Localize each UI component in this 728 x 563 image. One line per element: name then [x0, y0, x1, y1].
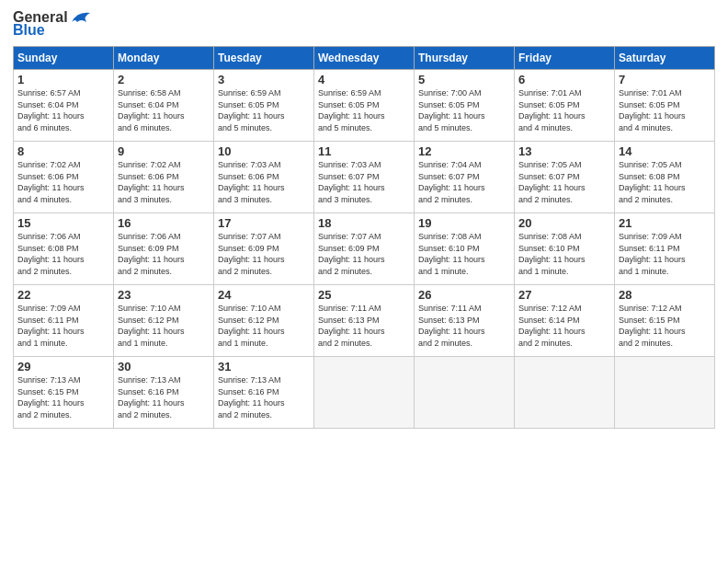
day-of-week-header: Sunday	[14, 47, 114, 70]
calendar-cell: 30Sunrise: 7:13 AM Sunset: 6:16 PM Dayli…	[114, 357, 214, 429]
calendar-cell: 31Sunrise: 7:13 AM Sunset: 6:16 PM Dayli…	[214, 357, 314, 429]
calendar-cell: 4Sunrise: 6:59 AM Sunset: 6:05 PM Daylig…	[314, 70, 415, 142]
day-number: 14	[619, 144, 711, 158]
calendar-cell: 13Sunrise: 7:05 AM Sunset: 6:07 PM Dayli…	[515, 142, 615, 213]
calendar-cell: 10Sunrise: 7:03 AM Sunset: 6:06 PM Dayli…	[214, 142, 314, 213]
day-info: Sunrise: 7:05 AM Sunset: 6:07 PM Dayligh…	[518, 159, 610, 205]
day-info: Sunrise: 6:59 AM Sunset: 6:05 PM Dayligh…	[218, 87, 310, 133]
day-number: 22	[17, 288, 109, 302]
day-number: 2	[118, 73, 210, 86]
logo: General Blue	[13, 9, 92, 39]
day-info: Sunrise: 7:12 AM Sunset: 6:15 PM Dayligh…	[619, 303, 711, 349]
day-number: 4	[318, 73, 410, 86]
day-number: 20	[518, 216, 610, 230]
calendar-body: 1Sunrise: 6:57 AM Sunset: 6:04 PM Daylig…	[14, 70, 715, 429]
calendar-cell: 1Sunrise: 6:57 AM Sunset: 6:04 PM Daylig…	[14, 70, 114, 142]
day-info: Sunrise: 7:05 AM Sunset: 6:08 PM Dayligh…	[619, 159, 711, 205]
calendar-cell: 8Sunrise: 7:02 AM Sunset: 6:06 PM Daylig…	[14, 142, 114, 213]
day-number: 1	[17, 73, 109, 86]
day-number: 23	[118, 288, 210, 302]
day-info: Sunrise: 7:13 AM Sunset: 6:16 PM Dayligh…	[118, 374, 210, 420]
calendar-page: General Blue SundayMondayTuesdayWednesda…	[0, 0, 728, 563]
days-of-week-row: SundayMondayTuesdayWednesdayThursdayFrid…	[14, 47, 715, 70]
day-info: Sunrise: 7:09 AM Sunset: 6:11 PM Dayligh…	[17, 303, 109, 349]
calendar-cell: 27Sunrise: 7:12 AM Sunset: 6:14 PM Dayli…	[515, 285, 615, 357]
day-info: Sunrise: 6:58 AM Sunset: 6:04 PM Dayligh…	[118, 87, 210, 133]
calendar-cell	[314, 357, 415, 429]
day-info: Sunrise: 6:59 AM Sunset: 6:05 PM Dayligh…	[318, 87, 410, 133]
day-info: Sunrise: 7:02 AM Sunset: 6:06 PM Dayligh…	[17, 159, 109, 205]
day-number: 8	[17, 144, 109, 158]
day-info: Sunrise: 7:02 AM Sunset: 6:06 PM Dayligh…	[118, 159, 210, 205]
calendar-cell	[415, 357, 515, 429]
day-number: 26	[418, 288, 510, 302]
day-of-week-header: Friday	[515, 47, 615, 70]
day-info: Sunrise: 7:11 AM Sunset: 6:13 PM Dayligh…	[418, 303, 510, 349]
day-number: 13	[518, 144, 610, 158]
calendar-cell: 14Sunrise: 7:05 AM Sunset: 6:08 PM Dayli…	[615, 142, 715, 213]
day-number: 15	[17, 216, 109, 230]
page-header: General Blue	[13, 9, 715, 39]
day-info: Sunrise: 7:04 AM Sunset: 6:07 PM Dayligh…	[418, 159, 510, 205]
day-number: 30	[118, 360, 210, 373]
day-info: Sunrise: 7:03 AM Sunset: 6:07 PM Dayligh…	[318, 159, 410, 205]
day-number: 27	[518, 288, 610, 302]
calendar-cell: 23Sunrise: 7:10 AM Sunset: 6:12 PM Dayli…	[114, 285, 214, 357]
calendar-cell: 18Sunrise: 7:07 AM Sunset: 6:09 PM Dayli…	[314, 213, 415, 285]
day-of-week-header: Monday	[114, 47, 214, 70]
calendar-cell	[515, 357, 615, 429]
calendar-cell: 12Sunrise: 7:04 AM Sunset: 6:07 PM Dayli…	[415, 142, 515, 213]
day-info: Sunrise: 7:06 AM Sunset: 6:09 PM Dayligh…	[118, 231, 210, 277]
day-info: Sunrise: 7:11 AM Sunset: 6:13 PM Dayligh…	[318, 303, 410, 349]
calendar-cell: 26Sunrise: 7:11 AM Sunset: 6:13 PM Dayli…	[415, 285, 515, 357]
calendar-cell: 29Sunrise: 7:13 AM Sunset: 6:15 PM Dayli…	[14, 357, 114, 429]
day-info: Sunrise: 7:01 AM Sunset: 6:05 PM Dayligh…	[619, 87, 711, 133]
calendar-cell: 7Sunrise: 7:01 AM Sunset: 6:05 PM Daylig…	[615, 70, 715, 142]
calendar-cell: 28Sunrise: 7:12 AM Sunset: 6:15 PM Dayli…	[615, 285, 715, 357]
day-number: 7	[619, 73, 711, 86]
calendar-cell: 17Sunrise: 7:07 AM Sunset: 6:09 PM Dayli…	[214, 213, 314, 285]
day-info: Sunrise: 6:57 AM Sunset: 6:04 PM Dayligh…	[17, 87, 109, 133]
calendar-cell: 20Sunrise: 7:08 AM Sunset: 6:10 PM Dayli…	[515, 213, 615, 285]
logo-blue: Blue	[13, 22, 45, 39]
calendar-cell: 5Sunrise: 7:00 AM Sunset: 6:05 PM Daylig…	[415, 70, 515, 142]
day-number: 11	[318, 144, 410, 158]
day-number: 12	[418, 144, 510, 158]
day-info: Sunrise: 7:09 AM Sunset: 6:11 PM Dayligh…	[619, 231, 711, 277]
calendar-cell: 6Sunrise: 7:01 AM Sunset: 6:05 PM Daylig…	[515, 70, 615, 142]
day-number: 17	[218, 216, 310, 230]
day-info: Sunrise: 7:00 AM Sunset: 6:05 PM Dayligh…	[418, 87, 510, 133]
day-of-week-header: Thursday	[415, 47, 515, 70]
calendar-table: SundayMondayTuesdayWednesdayThursdayFrid…	[13, 46, 715, 429]
calendar-cell: 11Sunrise: 7:03 AM Sunset: 6:07 PM Dayli…	[314, 142, 415, 213]
day-number: 6	[518, 73, 610, 86]
calendar-cell: 3Sunrise: 6:59 AM Sunset: 6:05 PM Daylig…	[214, 70, 314, 142]
day-info: Sunrise: 7:13 AM Sunset: 6:16 PM Dayligh…	[218, 374, 310, 420]
day-number: 18	[318, 216, 410, 230]
day-number: 25	[318, 288, 410, 302]
calendar-week-row: 29Sunrise: 7:13 AM Sunset: 6:15 PM Dayli…	[14, 357, 715, 429]
calendar-cell: 19Sunrise: 7:08 AM Sunset: 6:10 PM Dayli…	[415, 213, 515, 285]
day-number: 29	[17, 360, 109, 373]
calendar-week-row: 1Sunrise: 6:57 AM Sunset: 6:04 PM Daylig…	[14, 70, 715, 142]
day-info: Sunrise: 7:01 AM Sunset: 6:05 PM Dayligh…	[518, 87, 610, 133]
calendar-cell: 24Sunrise: 7:10 AM Sunset: 6:12 PM Dayli…	[214, 285, 314, 357]
calendar-cell: 15Sunrise: 7:06 AM Sunset: 6:08 PM Dayli…	[14, 213, 114, 285]
calendar-cell: 25Sunrise: 7:11 AM Sunset: 6:13 PM Dayli…	[314, 285, 415, 357]
day-number: 19	[418, 216, 510, 230]
day-info: Sunrise: 7:13 AM Sunset: 6:15 PM Dayligh…	[17, 374, 109, 420]
day-number: 5	[418, 73, 510, 86]
day-info: Sunrise: 7:12 AM Sunset: 6:14 PM Dayligh…	[518, 303, 610, 349]
calendar-header: SundayMondayTuesdayWednesdayThursdayFrid…	[14, 47, 715, 70]
day-number: 16	[118, 216, 210, 230]
day-number: 28	[619, 288, 711, 302]
day-of-week-header: Wednesday	[314, 47, 415, 70]
day-info: Sunrise: 7:03 AM Sunset: 6:06 PM Dayligh…	[218, 159, 310, 205]
day-number: 21	[619, 216, 711, 230]
day-number: 10	[218, 144, 310, 158]
calendar-week-row: 15Sunrise: 7:06 AM Sunset: 6:08 PM Dayli…	[14, 213, 715, 285]
calendar-cell: 9Sunrise: 7:02 AM Sunset: 6:06 PM Daylig…	[114, 142, 214, 213]
day-of-week-header: Saturday	[615, 47, 715, 70]
day-info: Sunrise: 7:06 AM Sunset: 6:08 PM Dayligh…	[17, 231, 109, 277]
day-info: Sunrise: 7:07 AM Sunset: 6:09 PM Dayligh…	[318, 231, 410, 277]
